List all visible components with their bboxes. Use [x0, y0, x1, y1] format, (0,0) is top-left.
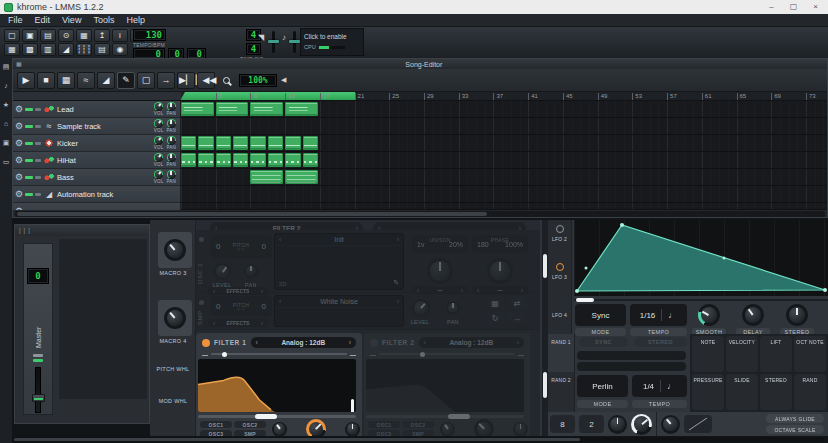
pan-knob[interactable]: [167, 153, 176, 162]
maximize-button[interactable]: ▢: [790, 0, 798, 14]
filter1-response-display[interactable]: [198, 359, 356, 412]
filter2-mix-knob[interactable]: [513, 422, 528, 437]
pattern-block[interactable]: [268, 153, 283, 167]
rand1-tab[interactable]: RAND 1: [548, 334, 574, 372]
zoom-level-display[interactable]: 100%: [239, 74, 277, 87]
tempo-display[interactable]: 130: [133, 29, 166, 41]
playhead-marker[interactable]: [181, 92, 185, 99]
piano-roll-button[interactable]: ▥: [40, 43, 56, 56]
track-head[interactable]: ⚙BassVOLPAN: [13, 169, 181, 186]
mod-source-pressure[interactable]: PRESSURE: [692, 374, 724, 410]
filter-input-button[interactable]: OSC3: [368, 430, 400, 436]
wavetable-edit-icon[interactable]: ✎: [393, 279, 399, 287]
track-name[interactable]: Kicker: [57, 139, 78, 148]
track-head[interactable]: ⚙Sample trackVOLPAN: [13, 118, 181, 135]
new-from-template-button[interactable]: ▣: [22, 29, 38, 42]
track-settings-icon[interactable]: ⚙: [15, 156, 23, 165]
osc3-unison-knob[interactable]: [427, 258, 453, 284]
track-mute-led[interactable]: [25, 142, 33, 145]
track-solo-led[interactable]: [35, 193, 41, 196]
rewind-button[interactable]: ▏◀◀: [197, 72, 215, 89]
add-automation-track-button[interactable]: ◢: [97, 72, 115, 89]
rand-sync-button[interactable]: SYNC: [579, 337, 628, 347]
track-settings-icon[interactable]: ⚙: [15, 173, 23, 182]
osc3-wavetable-panel[interactable]: ‹Init› 2D ✎: [274, 233, 404, 290]
bounce-icon[interactable]: ↔: [508, 312, 526, 324]
close-button[interactable]: ×: [813, 0, 818, 14]
master-pitch-slider[interactable]: [293, 31, 296, 53]
pattern-block[interactable]: [181, 136, 196, 150]
add-sample-track-button[interactable]: ≈: [77, 72, 95, 89]
track-head[interactable]: ⚙Automation track: [13, 186, 181, 203]
volume-knob[interactable]: [154, 170, 163, 179]
osc3-tab[interactable]: OSC 3: [197, 250, 203, 284]
osc3-pitch-box[interactable]: 0 PITCH∿∿ 0: [210, 235, 272, 258]
pattern-block[interactable]: [216, 153, 231, 167]
jump-end-button[interactable]: ▶▏: [177, 72, 195, 89]
osc3-unison-box[interactable]: UNISON 1v20%: [412, 235, 468, 253]
rand2-tab[interactable]: RAND 2: [548, 372, 574, 410]
rand-mode-value[interactable]: Perlin: [577, 375, 628, 397]
edit-mode-button[interactable]: ▢: [137, 72, 155, 89]
track-grid[interactable]: [181, 101, 827, 118]
filter1-model-selector[interactable]: ‹Analog : 12dB›: [251, 337, 357, 348]
pattern-block[interactable]: [233, 153, 248, 167]
pattern-block[interactable]: [250, 170, 283, 184]
menu-item[interactable]: View: [62, 15, 81, 25]
pan-knob[interactable]: [167, 170, 176, 179]
track-mute-led[interactable]: [25, 125, 33, 128]
filter1-resonance-knob[interactable]: [306, 419, 326, 436]
track-grid[interactable]: [181, 135, 827, 152]
track-mute-led[interactable]: [25, 108, 33, 111]
new-project-button[interactable]: ▢: [4, 29, 20, 42]
lfo-stereo-knob[interactable]: [786, 304, 808, 326]
lfo-waveform-display[interactable]: [574, 220, 828, 296]
minimize-button[interactable]: –: [769, 0, 773, 14]
play-button[interactable]: ▶: [17, 72, 35, 89]
master-volume-slider[interactable]: [272, 31, 275, 53]
smp-level-knob[interactable]: [412, 299, 430, 317]
glide-ramp-display[interactable]: [684, 415, 712, 433]
track-settings-icon[interactable]: ⚙: [15, 122, 23, 131]
song-editor-button[interactable]: ▦: [4, 43, 20, 56]
track-name[interactable]: Bass: [57, 173, 74, 182]
pattern-block[interactable]: [250, 136, 265, 150]
track-head[interactable]: ⚙HiHatVOLPAN: [13, 152, 181, 169]
root-dir-tab[interactable]: ▣: [3, 139, 10, 146]
lfo-tab[interactable]: LFO 2: [548, 220, 571, 258]
filter-input-button[interactable]: OSC3: [200, 430, 232, 436]
fx-mixer-button[interactable]: ┆┆┆: [76, 43, 92, 56]
filter-input-button[interactable]: OSC1: [368, 421, 400, 428]
instruments-tab[interactable]: ▤: [3, 63, 10, 70]
channel-led[interactable]: [33, 359, 43, 362]
track-name[interactable]: HiHat: [57, 156, 76, 165]
fx-mixer-titlebar[interactable]: ┆┆┆: [15, 225, 149, 236]
track-mute-led[interactable]: [25, 193, 33, 196]
filter2-drive-knob[interactable]: [440, 422, 455, 437]
song-editor-hscrollbar[interactable]: [15, 211, 825, 217]
osc3-power-led[interactable]: [199, 237, 204, 242]
pattern-block[interactable]: [285, 136, 300, 150]
samples-tab[interactable]: ♪: [4, 82, 8, 89]
controller-rack-button[interactable]: ◉: [112, 43, 128, 56]
track-grid[interactable]: [181, 152, 827, 169]
pattern-block[interactable]: [303, 153, 318, 167]
filter-input-button[interactable]: OSC2: [402, 421, 434, 428]
filter2-model-selector[interactable]: ‹Analog : 12dB›: [419, 337, 525, 348]
smp-tab[interactable]: SMP: [197, 303, 203, 325]
track-mute-led[interactable]: [25, 159, 33, 162]
filter1-drive-knob[interactable]: [272, 422, 287, 437]
filter2-resonance-knob[interactable]: [474, 419, 494, 436]
lfo-mode-value[interactable]: Sync: [575, 304, 626, 326]
track-name[interactable]: Lead: [57, 105, 74, 114]
pattern-block[interactable]: [233, 136, 248, 150]
stop-button[interactable]: ■: [37, 72, 55, 89]
filter2-cutoff-slider[interactable]: [366, 415, 524, 418]
menu-item[interactable]: Edit: [35, 15, 51, 25]
rand-stereo-button[interactable]: STEREO: [634, 337, 687, 347]
song-editor-titlebar[interactable]: ▦ Song-Editor: [13, 59, 827, 69]
bb-editor-button[interactable]: ▩: [22, 43, 38, 56]
filter1-mix-knob[interactable]: [345, 422, 360, 437]
whats-this-button[interactable]: i: [112, 29, 128, 42]
track-head[interactable]: ⚙KickerVOLPAN: [13, 135, 181, 152]
